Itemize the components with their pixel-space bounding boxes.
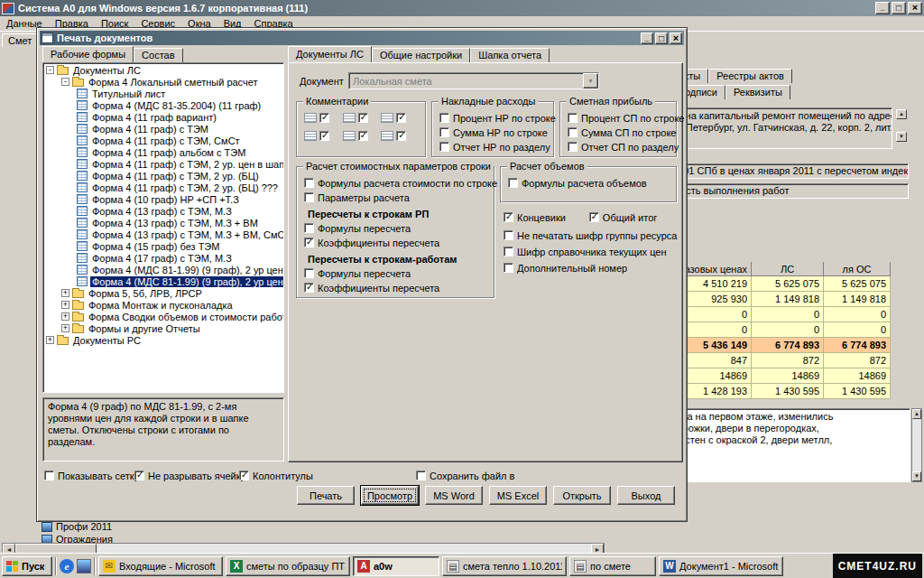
- tree-item[interactable]: Форма 4 (11 граф) с ТЭМ, 2 ур. (БЦ): [43, 170, 283, 182]
- close-button[interactable]: [908, 2, 922, 14]
- maximize-button[interactable]: [892, 2, 906, 14]
- checkbox-item[interactable]: Коэффициенты пересчета: [304, 237, 494, 248]
- minimize-button[interactable]: [875, 2, 890, 14]
- scroll-up-icon[interactable]: ▲: [912, 409, 921, 419]
- checkbox-item[interactable]: Формулы пересчета: [304, 267, 494, 279]
- checkbox[interactable]: [304, 223, 314, 233]
- expand-icon[interactable]: +: [61, 324, 69, 332]
- dialog-close-button[interactable]: [670, 33, 682, 44]
- expand-icon[interactable]: +: [61, 289, 69, 297]
- checkbox-item[interactable]: Сумма СП по строке: [568, 126, 676, 138]
- checkbox[interactable]: [319, 113, 329, 123]
- tree-item[interactable]: Форма 4 (МДС 81-1.99) (9 граф), 2 ур цен…: [43, 264, 283, 275]
- checkbox-item[interactable]: Процент СП по строке: [568, 112, 676, 124]
- scrollbar-track[interactable]: [912, 419, 921, 471]
- tree-item[interactable]: +Форма Сводки объемов и стоимости работ: [43, 311, 283, 322]
- tree-item[interactable]: Титульный лист: [43, 88, 283, 99]
- checkbox[interactable]: [319, 131, 329, 141]
- scroll-down-icon[interactable]: ▼: [896, 132, 907, 142]
- scroll-right-icon[interactable]: ►: [591, 544, 604, 553]
- checkbox[interactable]: [504, 230, 513, 240]
- checkbox-item[interactable]: Коэффициенты пересчета: [304, 282, 494, 294]
- comment-option[interactable]: [343, 113, 382, 123]
- dialog-minimize-button[interactable]: [641, 33, 653, 44]
- checkbox[interactable]: [358, 113, 368, 123]
- scroll-down-icon[interactable]: ▼: [912, 471, 921, 481]
- checkbox-item[interactable]: Концевики: [504, 211, 566, 223]
- notes-scrollbar[interactable]: ▲ ▼: [911, 408, 922, 482]
- checkbox[interactable]: [568, 142, 578, 152]
- scrollbar-thumb[interactable]: [15, 544, 97, 553]
- comment-option[interactable]: [381, 131, 420, 141]
- checkbox-item[interactable]: Сохранить файл в: [416, 470, 514, 481]
- checkbox-item[interactable]: Формулы пересчета: [304, 222, 494, 234]
- print-button[interactable]: Печать: [297, 486, 355, 505]
- checkbox-item[interactable]: Показывать сетку: [44, 470, 139, 481]
- checkbox[interactable]: [304, 178, 314, 188]
- checkbox[interactable]: [504, 212, 513, 222]
- background-tree-item[interactable]: Профи 2011: [42, 520, 113, 533]
- tree-item[interactable]: -Документы ЛС: [43, 64, 283, 76]
- checkbox-item[interactable]: Отчет СП по разделу: [568, 141, 676, 153]
- taskbar-task[interactable]: a0w: [353, 556, 439, 576]
- tree-item[interactable]: Форма 4 (11 граф) с ТЭМ: [43, 123, 283, 135]
- checkbox[interactable]: [239, 471, 249, 480]
- preview-button[interactable]: Просмотр: [361, 486, 419, 505]
- checkbox[interactable]: [568, 113, 578, 123]
- quick-launch-browser-icon[interactable]: e: [60, 559, 74, 573]
- checkbox-item[interactable]: Общий итог: [589, 211, 657, 223]
- expand-icon[interactable]: +: [46, 336, 54, 344]
- right-tab-0[interactable]: Документы ЛС: [288, 46, 372, 62]
- bg-tab2-1[interactable]: Реквизиты: [725, 85, 790, 99]
- comment-option[interactable]: [381, 113, 420, 123]
- tree-item[interactable]: +Формы и другие Отчеты: [43, 322, 283, 334]
- taskbar-task[interactable]: Документ1 - Microsoft ...: [659, 556, 783, 576]
- checkbox-item[interactable]: Формулы расчета объемов: [508, 177, 676, 189]
- tree-item[interactable]: Форма 4 (11 граф) с ТЭМ, 2 ур. цен в шап…: [43, 158, 283, 170]
- left-tab-0[interactable]: Рабочие формы: [42, 46, 134, 62]
- checkbox-item[interactable]: Дополнительный номер: [504, 262, 677, 274]
- checkbox-item[interactable]: Не разрывать ячейку: [134, 470, 245, 481]
- taskbar-task[interactable]: смета тепло 1.10.2011: [442, 556, 567, 576]
- tree-item[interactable]: Форма 4 (10 граф) НР +СП +Т.З: [43, 193, 283, 205]
- checkbox[interactable]: [134, 471, 144, 480]
- checkbox[interactable]: [396, 131, 406, 141]
- checkbox[interactable]: [304, 268, 314, 278]
- scroll-up-icon[interactable]: ▲: [896, 109, 907, 119]
- checkbox-item[interactable]: Шифр справочника текущих цен: [504, 246, 677, 257]
- checkbox[interactable]: [304, 192, 314, 202]
- checkbox[interactable]: [304, 238, 314, 247]
- checkbox[interactable]: [589, 212, 599, 222]
- checkbox[interactable]: [439, 142, 449, 152]
- checkbox-item[interactable]: Колонтитулы: [239, 470, 313, 481]
- checkbox[interactable]: [396, 113, 406, 123]
- collapse-icon[interactable]: -: [61, 78, 69, 86]
- checkbox-item[interactable]: Отчет НР по разделу: [439, 141, 553, 153]
- checkbox[interactable]: [568, 127, 578, 137]
- checkbox[interactable]: [304, 283, 314, 293]
- ms-excel-button[interactable]: MS Excel: [489, 486, 547, 505]
- ms-word-button[interactable]: MS Word: [425, 486, 483, 505]
- tree-item[interactable]: -Форма 4 Локальный сметный расчет: [43, 76, 283, 88]
- background-tab-smet[interactable]: Смет: [2, 33, 38, 47]
- tree-item[interactable]: Форма 4 (11 граф) с ТЭМ, 2 ур. (БЦ) ???: [43, 182, 283, 193]
- checkbox[interactable]: [44, 471, 54, 480]
- tree-item[interactable]: +Форма Монтаж и пусконаладка: [43, 299, 283, 311]
- expand-icon[interactable]: +: [61, 301, 69, 309]
- horizontal-scrollbar[interactable]: ◄ ►: [2, 543, 605, 553]
- checkbox[interactable]: [504, 247, 513, 256]
- tree-item[interactable]: +Документы РС: [43, 334, 283, 346]
- comment-option[interactable]: [343, 131, 382, 141]
- right-tab-2[interactable]: Шапка отчета: [470, 48, 550, 62]
- checkbox[interactable]: [358, 131, 368, 141]
- quick-launch-desktop-icon[interactable]: [77, 559, 91, 573]
- checkbox[interactable]: [439, 127, 449, 137]
- exit-button[interactable]: Выход: [617, 486, 675, 505]
- checkbox-item[interactable]: Формулы расчета стоимости по строке: [304, 177, 494, 189]
- checkbox[interactable]: [508, 178, 518, 188]
- checkbox[interactable]: [504, 263, 513, 273]
- tree-item[interactable]: Форма 4 (11 граф) с ТЭМ, СмСт: [43, 135, 283, 146]
- document-combobox[interactable]: Локальная смета ▼: [348, 72, 599, 89]
- checkbox-item[interactable]: Не печатать шифр группы ресурса: [504, 229, 677, 241]
- tree-item[interactable]: +Форма 5, 5б, ЛРВ, ЛРСР: [43, 287, 283, 299]
